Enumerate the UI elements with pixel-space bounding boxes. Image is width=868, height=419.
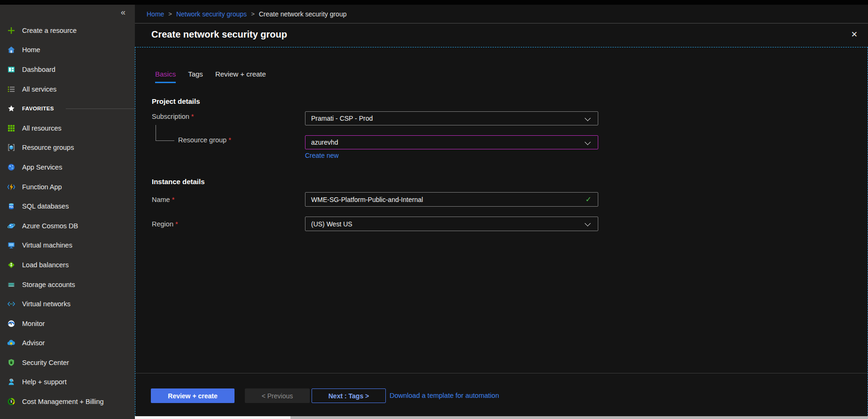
monitor-icon [7, 319, 16, 328]
region-dropdown[interactable]: (US) West US [305, 217, 598, 231]
security-center-icon [7, 358, 16, 367]
svg-text:$: $ [10, 400, 12, 403]
breadcrumb-link-home[interactable]: Home [147, 10, 164, 18]
required-marker: * [172, 196, 175, 203]
resource-group-label-text: Resource group [178, 136, 227, 144]
favorites-divider [66, 109, 135, 109]
sidebar-item-monitor[interactable]: Monitor [0, 314, 135, 334]
instance-details-heading: Instance details [152, 178, 205, 186]
breadcrumb-current: Create network security group [259, 10, 347, 18]
create-new-link[interactable]: Create new [305, 152, 339, 159]
sidebar-item-security-center[interactable]: Security Center [0, 353, 135, 372]
favorites-label: FAVORITES [22, 106, 54, 111]
plus-icon [7, 26, 16, 35]
resource-group-dropdown[interactable]: azurevhd [305, 135, 598, 149]
all-resources-icon [7, 124, 16, 133]
sidebar-item-function-app[interactable]: Function App [0, 177, 135, 197]
sidebar-item-virtual-machines[interactable]: Virtual machines [0, 236, 135, 256]
sidebar-item-label: Home [22, 46, 40, 54]
virtual-networks-icon [7, 299, 16, 309]
sidebar-item-label: Monitor [22, 320, 45, 327]
app-services-icon [7, 163, 16, 172]
sql-databases-icon: SQL [7, 202, 16, 211]
download-template-link[interactable]: Download a template for automation [390, 392, 499, 399]
sidebar-item-label: App Services [22, 163, 62, 171]
horizontal-scrollbar[interactable] [135, 416, 868, 419]
resource-group-label: Resource group* [178, 136, 231, 144]
subscription-value: Pramati - CSP - Prod [311, 115, 373, 122]
sidebar-item-home[interactable]: Home [0, 40, 135, 60]
sidebar-collapse-icon[interactable]: « [121, 8, 125, 17]
footer-divider [135, 373, 868, 373]
tab-review-create[interactable]: Review + create [215, 70, 266, 83]
sidebar-item-azure-cosmos-db[interactable]: Azure Cosmos DB [0, 216, 135, 236]
tab-tags[interactable]: Tags [188, 70, 203, 83]
advisor-icon [7, 338, 16, 348]
sidebar-item-label: Create a resource [22, 27, 77, 34]
name-label: Name* [152, 196, 174, 203]
region-label: Region* [152, 220, 178, 228]
sidebar-item-label: Help + support [22, 378, 67, 386]
sidebar-item-label: Virtual networks [22, 300, 70, 308]
function-app-icon [7, 182, 16, 192]
horizontal-scrollbar-thumb[interactable] [135, 416, 290, 419]
sidebar-item-label: Azure Cosmos DB [22, 222, 78, 230]
create-nsg-panel: Basics Tags Review + create Project deta… [135, 47, 868, 419]
sidebar-item-storage-accounts[interactable]: Storage accounts [0, 275, 135, 295]
sidebar-item-resource-groups[interactable]: Resource groups [0, 138, 135, 158]
home-icon [7, 45, 16, 54]
sidebar-item-app-services[interactable]: App Services [0, 157, 135, 177]
sidebar-item-all-services[interactable]: All services [0, 79, 135, 99]
all-services-icon [7, 85, 16, 94]
resource-groups-icon [7, 143, 16, 152]
previous-button[interactable]: < Previous [245, 388, 310, 403]
region-value: (US) West US [311, 220, 352, 228]
sidebar-favorites-section: FAVORITES [0, 99, 135, 118]
storage-accounts-icon [7, 280, 16, 289]
sidebar-item-help-support[interactable]: Help + support [0, 372, 135, 392]
sidebar-item-label: Virtual machines [22, 241, 72, 249]
sidebar-item-cost-management-billing[interactable]: $ Cost Management + Billing [0, 392, 135, 411]
virtual-machines-icon [7, 241, 16, 250]
sidebar-item-label: Cost Management + Billing [22, 398, 104, 405]
resource-group-connector-line [156, 125, 156, 140]
resource-group-value: azurevhd [311, 139, 338, 146]
svg-text:SQL: SQL [9, 206, 14, 208]
sidebar-item-label: Dashboard [22, 66, 55, 73]
sidebar-item-label: Storage accounts [22, 281, 75, 288]
tab-bar: Basics Tags Review + create [155, 70, 266, 83]
dashboard-icon [7, 65, 16, 74]
subscription-label-text: Subscription [152, 113, 189, 120]
sidebar-item-create-a-resource[interactable]: Create a resource [0, 21, 135, 40]
tab-basics[interactable]: Basics [155, 70, 176, 83]
required-marker: * [228, 136, 231, 144]
project-details-heading: Project details [152, 97, 200, 105]
subscription-dropdown[interactable]: Pramati - CSP - Prod [305, 111, 598, 125]
subscription-label: Subscription* [152, 113, 194, 120]
sidebar-item-sql-databases[interactable]: SQL SQL databases [0, 196, 135, 216]
sidebar-item-all-resources[interactable]: All resources [0, 118, 135, 138]
next-tags-button[interactable]: Next : Tags > [312, 388, 386, 403]
sidebar-item-label: Security Center [22, 359, 69, 366]
valid-check-icon: ✓ [586, 195, 592, 204]
sidebar: « Create a resource Home Dashboard All s… [0, 5, 135, 419]
sidebar-item-label: All resources [22, 124, 62, 132]
resource-group-connector-line [156, 140, 174, 141]
close-icon[interactable]: ✕ [851, 30, 858, 39]
page-title: Create network security group [151, 29, 287, 40]
name-input[interactable]: WME-SG-Platform-Public-and-Internal ✓ [305, 192, 598, 207]
chevron-down-icon [585, 115, 591, 121]
breadcrumb-link-network-security-groups[interactable]: Network security groups [176, 10, 247, 18]
review-create-button[interactable]: Review + create [151, 388, 235, 403]
name-label-text: Name [152, 196, 170, 203]
name-value: WME-SG-Platform-Public-and-Internal [311, 196, 423, 203]
sidebar-item-virtual-networks[interactable]: Virtual networks [0, 294, 135, 314]
sidebar-item-label: All services [22, 85, 56, 93]
sidebar-item-label: SQL databases [22, 202, 69, 210]
sidebar-item-label: Advisor [22, 339, 45, 347]
sidebar-item-dashboard[interactable]: Dashboard [0, 60, 135, 79]
breadcrumb: Home > Network security groups > Create … [135, 5, 868, 23]
sidebar-item-advisor[interactable]: Advisor [0, 334, 135, 353]
sidebar-nav: Create a resource Home Dashboard All ser… [0, 21, 135, 411]
sidebar-item-load-balancers[interactable]: Load balancers [0, 255, 135, 275]
